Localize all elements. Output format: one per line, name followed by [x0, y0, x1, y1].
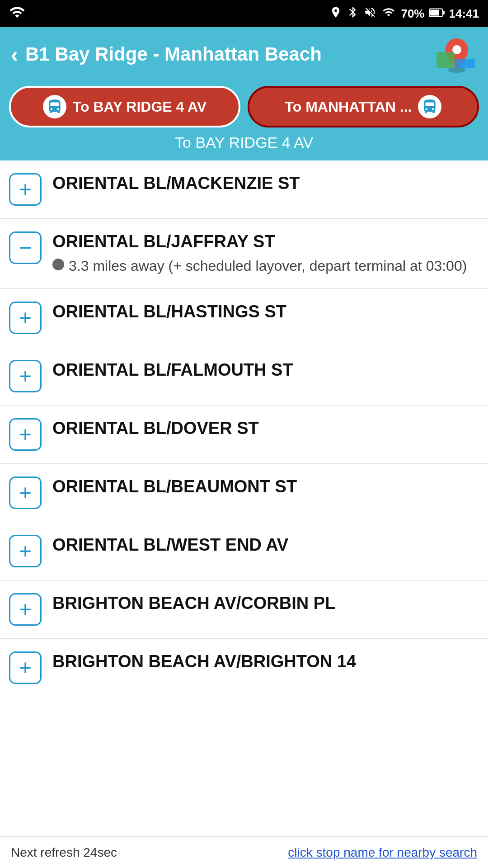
list-item: + BRIGHTON BEACH AV/CORBIN PL	[0, 580, 488, 639]
stop-info-3: ORIENTAL BL/HASTINGS ST	[52, 302, 479, 322]
list-item: + BRIGHTON BEACH AV/BRIGHTON 14	[0, 639, 488, 697]
list-item: + ORIENTAL BL/BEAUMONT ST	[0, 464, 488, 522]
stop-info-6: ORIENTAL BL/BEAUMONT ST	[52, 476, 479, 497]
svg-rect-2	[442, 10, 444, 14]
list-item: − ORIENTAL BL/JAFFRAY ST 3.3 miles away …	[0, 219, 488, 289]
location-icon	[329, 6, 342, 22]
bus-icon-2	[418, 95, 441, 118]
expand-btn-8[interactable]: +	[9, 593, 42, 626]
dir-btn-2-label: To MANHATTAN ...	[285, 99, 412, 115]
stop-name-7[interactable]: ORIENTAL BL/WEST END AV	[52, 535, 479, 556]
status-right: 70% 14:41	[329, 6, 479, 22]
stop-name-8[interactable]: BRIGHTON BEACH AV/CORBIN PL	[52, 593, 479, 614]
dir-btn-1-label: To BAY RIDGE 4 AV	[73, 99, 206, 115]
stop-name-1[interactable]: ORIENTAL BL/MACKENZIE ST	[52, 173, 479, 194]
direction-btn-manhattan[interactable]: To MANHATTAN ...	[248, 86, 479, 127]
selected-direction-label: To BAY RIDGE 4 AV	[0, 127, 488, 160]
stop-name-5[interactable]: ORIENTAL BL/DOVER ST	[52, 418, 479, 439]
bluetooth-icon	[347, 6, 359, 22]
stop-list: + ORIENTAL BL/MACKENZIE ST − ORIENTAL BL…	[0, 160, 488, 697]
stop-info-8: BRIGHTON BEACH AV/CORBIN PL	[52, 593, 479, 614]
plus-icon-9: +	[19, 657, 32, 679]
expand-btn-3[interactable]: +	[9, 302, 42, 334]
plus-icon-5: +	[19, 424, 32, 445]
expand-btn-5[interactable]: +	[9, 418, 42, 451]
mute-icon	[364, 6, 376, 22]
expand-btn-4[interactable]: +	[9, 360, 42, 392]
stop-info-5: ORIENTAL BL/DOVER ST	[52, 418, 479, 439]
direction-btn-bay-ridge[interactable]: To BAY RIDGE 4 AV	[9, 86, 240, 127]
plus-icon-4: +	[19, 365, 32, 387]
plus-icon-8: +	[19, 599, 32, 620]
next-refresh-label: Next refresh 24sec	[11, 845, 117, 860]
expand-btn-7[interactable]: +	[9, 535, 42, 567]
svg-rect-6	[455, 59, 475, 68]
header-title: B1 Bay Ridge - Manhattan Beach	[25, 43, 322, 65]
expand-btn-9[interactable]: +	[9, 651, 42, 684]
signal-icon	[381, 6, 396, 22]
stop-name-3[interactable]: ORIENTAL BL/HASTINGS ST	[52, 302, 479, 322]
minus-icon-2: −	[19, 237, 32, 259]
header-left: ‹ B1 Bay Ridge - Manhattan Beach	[11, 42, 322, 67]
expand-btn-1[interactable]: +	[9, 173, 42, 206]
status-bar: 70% 14:41	[0, 0, 488, 27]
battery-icon	[429, 7, 445, 21]
wifi-icon	[9, 4, 25, 24]
stop-name-6[interactable]: ORIENTAL BL/BEAUMONT ST	[52, 476, 479, 497]
stop-name-9[interactable]: BRIGHTON BEACH AV/BRIGHTON 14	[52, 651, 479, 672]
list-item: + ORIENTAL BL/FALMOUTH ST	[0, 347, 488, 406]
stop-info-1: ORIENTAL BL/MACKENZIE ST	[52, 173, 479, 194]
stop-name-2[interactable]: ORIENTAL BL/JAFFRAY ST	[52, 231, 479, 252]
status-dot-2	[52, 259, 64, 270]
plus-icon-7: +	[19, 540, 32, 562]
stop-info-9: BRIGHTON BEACH AV/BRIGHTON 14	[52, 651, 479, 672]
stop-info-2: ORIENTAL BL/JAFFRAY ST 3.3 miles away (+…	[52, 231, 479, 276]
list-item: + ORIENTAL BL/WEST END AV	[0, 522, 488, 580]
battery-level: 70%	[401, 7, 424, 21]
time-display: 14:41	[449, 7, 479, 21]
map-icon-button[interactable]	[436, 34, 477, 75]
list-item: + ORIENTAL BL/HASTINGS ST	[0, 289, 488, 347]
bus-icon-1	[43, 95, 66, 118]
stop-name-4[interactable]: ORIENTAL BL/FALMOUTH ST	[52, 360, 479, 381]
list-item: + ORIENTAL BL/MACKENZIE ST	[0, 160, 488, 219]
plus-icon-3: +	[19, 307, 32, 329]
plus-icon-6: +	[19, 482, 32, 504]
list-item: + ORIENTAL BL/DOVER ST	[0, 406, 488, 464]
stop-info-4: ORIENTAL BL/FALMOUTH ST	[52, 360, 479, 381]
nearby-search-link[interactable]: click stop name for nearby search	[288, 845, 477, 860]
direction-tabs: To BAY RIDGE 4 AV To MANHATTAN ...	[0, 81, 488, 127]
stop-info-7: ORIENTAL BL/WEST END AV	[52, 535, 479, 556]
status-left	[9, 4, 25, 24]
app-header: ‹ B1 Bay Ridge - Manhattan Beach	[0, 27, 488, 81]
svg-rect-1	[430, 9, 439, 15]
stop-distance-2: 3.3 miles away (+ scheduled layover, dep…	[69, 256, 467, 276]
expand-btn-2[interactable]: −	[9, 231, 42, 264]
expand-btn-6[interactable]: +	[9, 476, 42, 509]
bottom-bar: Next refresh 24sec click stop name for n…	[0, 836, 488, 868]
back-button[interactable]: ‹	[11, 42, 18, 67]
svg-rect-5	[436, 52, 455, 68]
plus-icon-1: +	[19, 179, 32, 200]
stop-detail-2: 3.3 miles away (+ scheduled layover, dep…	[52, 256, 479, 276]
